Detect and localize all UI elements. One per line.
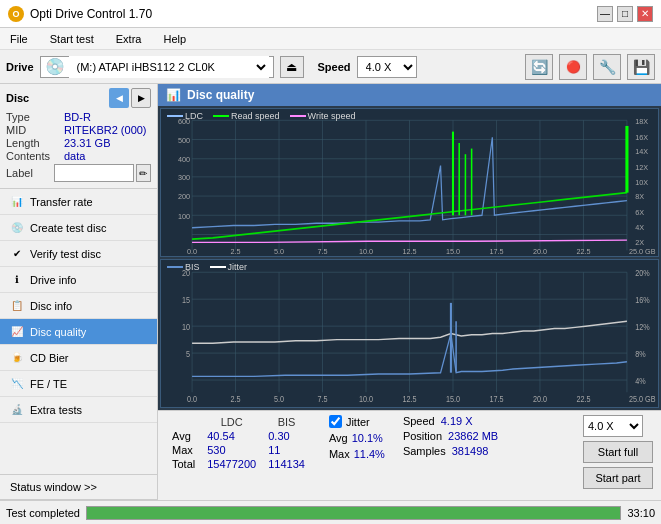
position-val: 23862 MB: [448, 430, 498, 442]
svg-text:15.0: 15.0: [446, 395, 461, 405]
lower-chart-svg: 0.0 2.5 5.0 7.5 10.0 12.5 15.0 17.5 20.0…: [161, 260, 658, 407]
legend-write-speed: Write speed: [308, 111, 356, 121]
jitter-checkbox[interactable]: [329, 415, 342, 428]
samples-label: Samples: [403, 445, 446, 457]
speed-info-val: 4.19 X: [441, 415, 473, 427]
svg-text:10: 10: [182, 322, 191, 332]
title-controls[interactable]: — □ ✕: [597, 6, 653, 22]
sidebar-item-disc-quality[interactable]: 📈 Disc quality: [0, 319, 157, 345]
menu-extra[interactable]: Extra: [110, 31, 148, 47]
sidebar-item-disc-info[interactable]: 📋 Disc info: [0, 293, 157, 319]
sidebar-item-fe-te[interactable]: 📉 FE / TE: [0, 371, 157, 397]
avg-bis: 0.30: [262, 429, 311, 443]
svg-text:6X: 6X: [635, 208, 644, 217]
status-window-button[interactable]: Status window >>: [0, 474, 157, 500]
svg-text:22.5: 22.5: [576, 246, 590, 255]
disc-quality-title: Disc quality: [187, 88, 254, 102]
disc-btn-1[interactable]: ◀: [109, 88, 129, 108]
menu-start-test[interactable]: Start test: [44, 31, 100, 47]
svg-text:200: 200: [178, 192, 190, 201]
stats-bar: LDC BIS Avg 40.54 0.30 Max 530: [158, 410, 661, 500]
length-label: Length: [6, 137, 64, 149]
start-part-button[interactable]: Start part: [583, 467, 653, 489]
avg-ldc: 40.54: [201, 429, 262, 443]
upper-chart-legend: LDC Read speed Write speed: [167, 111, 355, 121]
total-label: Total: [166, 457, 201, 471]
svg-text:7.5: 7.5: [317, 395, 328, 405]
menu-help[interactable]: Help: [157, 31, 192, 47]
sidebar-item-extra-tests[interactable]: 🔬 Extra tests: [0, 397, 157, 423]
menu-bar: File Start test Extra Help: [0, 28, 661, 50]
svg-text:500: 500: [178, 136, 190, 145]
max-ldc: 530: [201, 443, 262, 457]
svg-text:100: 100: [178, 211, 190, 220]
disc-quality-header: 📊 Disc quality: [158, 84, 661, 106]
burn-button[interactable]: 🔴: [559, 54, 587, 80]
close-button[interactable]: ✕: [637, 6, 653, 22]
contents-value: data: [64, 150, 85, 162]
legend-bis: BIS: [185, 262, 200, 272]
menu-file[interactable]: File: [4, 31, 34, 47]
sidebar-label-extra-tests: Extra tests: [30, 404, 82, 416]
svg-text:400: 400: [178, 155, 190, 164]
sidebar-item-verify-test-disc[interactable]: ✔ Verify test disc: [0, 241, 157, 267]
main-area: Disc ◀ ▶ Type BD-R MID RITEKBR2 (000) Le…: [0, 84, 661, 500]
svg-text:20.0: 20.0: [533, 395, 548, 405]
cd-bier-icon: 🍺: [10, 351, 24, 365]
jitter-avg-val: 10.1%: [352, 432, 383, 444]
status-time: 33:10: [627, 507, 655, 519]
disc-quality-icon: 📈: [10, 325, 24, 339]
svg-text:22.5: 22.5: [576, 395, 591, 405]
settings-button[interactable]: 🔧: [593, 54, 621, 80]
svg-text:10.0: 10.0: [359, 246, 373, 255]
sidebar-label-verify-test-disc: Verify test disc: [30, 248, 101, 260]
test-speed-select[interactable]: 4.0 X: [583, 415, 643, 437]
drive-speed-select[interactable]: 4.0 X: [357, 56, 417, 78]
svg-text:16%: 16%: [635, 295, 649, 305]
sidebar-label-create-test-disc: Create test disc: [30, 222, 106, 234]
svg-text:2.5: 2.5: [231, 395, 242, 405]
svg-text:20%: 20%: [635, 268, 649, 278]
disc-btn-2[interactable]: ▶: [131, 88, 151, 108]
length-value: 23.31 GB: [64, 137, 110, 149]
svg-text:0.0: 0.0: [187, 246, 197, 255]
sidebar: Disc ◀ ▶ Type BD-R MID RITEKBR2 (000) Le…: [0, 84, 158, 500]
progress-bar-fill: [87, 507, 620, 519]
svg-text:2X: 2X: [635, 237, 644, 246]
maximize-button[interactable]: □: [617, 6, 633, 22]
progress-bar: [86, 506, 621, 520]
legend-ldc: LDC: [185, 111, 203, 121]
mid-value: RITEKBR2 (000): [64, 124, 147, 136]
sidebar-nav: 📊 Transfer rate 💿 Create test disc ✔ Ver…: [0, 189, 157, 423]
sidebar-label-fe-te: FE / TE: [30, 378, 67, 390]
sidebar-item-cd-bier[interactable]: 🍺 CD Bier: [0, 345, 157, 371]
refresh-button[interactable]: 🔄: [525, 54, 553, 80]
app-icon: O: [8, 6, 24, 22]
svg-text:14X: 14X: [635, 147, 648, 156]
col-bis: BIS: [262, 415, 311, 429]
sidebar-label-cd-bier: CD Bier: [30, 352, 69, 364]
sidebar-item-transfer-rate[interactable]: 📊 Transfer rate: [0, 189, 157, 215]
sidebar-item-create-test-disc[interactable]: 💿 Create test disc: [0, 215, 157, 241]
disc-label-input[interactable]: [54, 164, 134, 182]
samples-val: 381498: [452, 445, 489, 457]
svg-text:20.0: 20.0: [533, 246, 547, 255]
svg-text:12.5: 12.5: [402, 246, 416, 255]
minimize-button[interactable]: —: [597, 6, 613, 22]
title-bar: O Opti Drive Control 1.70 — □ ✕: [0, 0, 661, 28]
total-bis: 114134: [262, 457, 311, 471]
drive-select[interactable]: (M:) ATAPI iHBS112 2 CL0K: [69, 56, 269, 78]
start-full-button[interactable]: Start full: [583, 441, 653, 463]
type-label: Type: [6, 111, 64, 123]
max-label: Max: [166, 443, 201, 457]
extra-tests-icon: 🔬: [10, 403, 24, 417]
speed-label: Speed: [318, 61, 351, 73]
sidebar-item-drive-info[interactable]: ℹ Drive info: [0, 267, 157, 293]
contents-label: Contents: [6, 150, 64, 162]
svg-text:12%: 12%: [635, 322, 649, 332]
upper-chart-svg: 0.0 2.5 5.0 7.5 10.0 12.5 15.0 17.5 20.0…: [161, 109, 658, 256]
save-button[interactable]: 💾: [627, 54, 655, 80]
status-text: Test completed: [6, 507, 80, 519]
disc-label-edit-button[interactable]: ✏: [136, 164, 151, 182]
eject-button[interactable]: ⏏: [280, 56, 304, 78]
